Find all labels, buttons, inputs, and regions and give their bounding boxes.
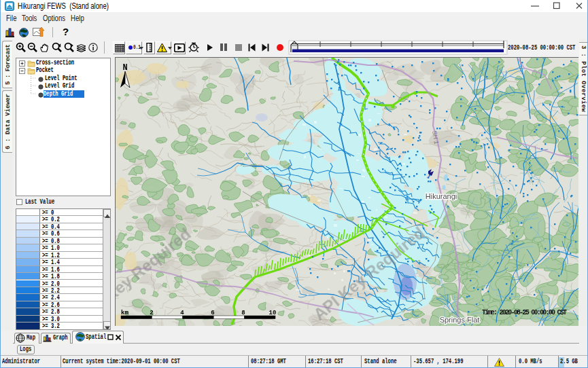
- svg-text:6 : Data Viewer: 6 : Data Viewer: [5, 94, 12, 149]
- svg-text:8: 8: [241, 310, 245, 316]
- svg-text:Hikurangi: Hikurangi: [426, 192, 457, 200]
- svg-text:4: 4: [180, 310, 184, 316]
- svg-text:6: 6: [211, 310, 214, 316]
- svg-text:Time: 2020-08-25 00:00:00 CST: Time: 2020-08-25 00:00:00 CST: [482, 309, 567, 316]
- svg-text:Springs Flat: Springs Flat: [440, 316, 480, 324]
- svg-text:2: 2: [150, 310, 153, 316]
- svg-text:N: N: [122, 63, 127, 73]
- svg-text:km: km: [121, 310, 128, 316]
- svg-text:10: 10: [269, 310, 277, 316]
